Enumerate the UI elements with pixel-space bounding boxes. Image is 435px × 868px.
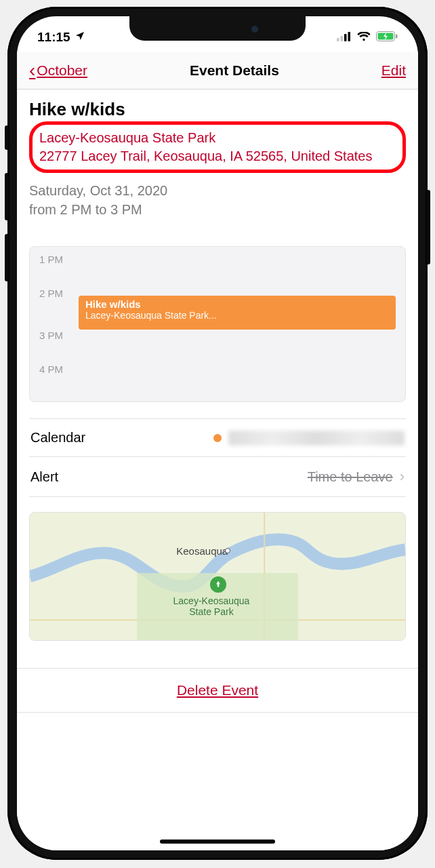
timeline-hour: 2 PM bbox=[39, 288, 63, 299]
power-button[interactable] bbox=[426, 190, 430, 264]
volume-up-button[interactable] bbox=[5, 173, 9, 220]
delete-event-label: Delete Event bbox=[177, 682, 258, 698]
page-title: Event Details bbox=[190, 62, 279, 79]
alert-label: Alert bbox=[30, 469, 58, 485]
svg-rect-3 bbox=[348, 32, 351, 41]
battery-charging-icon bbox=[376, 30, 398, 45]
volume-down-button[interactable] bbox=[5, 234, 9, 281]
event-title: Hike w/kids bbox=[29, 99, 406, 120]
back-label: October bbox=[37, 62, 87, 79]
chevron-left-icon: ‹ bbox=[29, 60, 35, 81]
timeline-event-block[interactable]: Hike w/kids Lacey-Keosauqua State Park..… bbox=[79, 296, 396, 330]
map-park-label: Lacey-KeosauquaState Park bbox=[173, 595, 250, 617]
calendar-row[interactable]: Calendar bbox=[29, 419, 406, 457]
content-area: Hike w/kids Lacey-Keosauqua State Park 2… bbox=[17, 90, 418, 850]
map-park-pin-icon bbox=[210, 576, 226, 593]
timeline-hour: 4 PM bbox=[39, 363, 63, 375]
home-indicator[interactable] bbox=[160, 840, 275, 844]
timeline-hour: 3 PM bbox=[39, 330, 63, 341]
event-location-name: Lacey-Keosauqua State Park bbox=[39, 129, 396, 147]
edit-button[interactable]: Edit bbox=[381, 62, 406, 79]
event-date: Saturday, Oct 31, 2020 bbox=[29, 181, 406, 200]
device-notch bbox=[129, 16, 306, 41]
svg-rect-0 bbox=[337, 38, 339, 41]
svg-rect-1 bbox=[341, 36, 344, 41]
event-location-highlight[interactable]: Lacey-Keosauqua State Park 22777 Lacey T… bbox=[29, 121, 406, 173]
event-location-address: 22777 Lacey Trail, Keosauqua, IA 52565, … bbox=[39, 147, 396, 165]
delete-event-button[interactable]: Delete Event bbox=[17, 668, 418, 713]
nav-bar: ‹ October Event Details Edit bbox=[17, 52, 418, 90]
cellular-icon bbox=[337, 30, 352, 45]
svg-rect-2 bbox=[344, 34, 347, 41]
svg-rect-6 bbox=[396, 35, 398, 39]
calendar-label: Calendar bbox=[30, 430, 85, 446]
chevron-right-icon: › bbox=[400, 468, 405, 486]
location-icon bbox=[75, 31, 85, 44]
timeline-event-title: Hike w/kids bbox=[85, 298, 389, 310]
day-timeline[interactable]: 1 PM 2 PM 3 PM 4 PM Hike w/kids Lacey-Ke… bbox=[29, 246, 406, 402]
calendar-name-redacted bbox=[228, 431, 405, 446]
alert-row[interactable]: Alert Time to Leave › bbox=[29, 457, 406, 497]
timeline-hour: 1 PM bbox=[39, 254, 63, 265]
mute-switch[interactable] bbox=[5, 125, 9, 150]
event-time: from 2 PM to 3 PM bbox=[29, 200, 406, 219]
status-time: 11:15 bbox=[37, 30, 70, 45]
back-button[interactable]: ‹ October bbox=[29, 60, 87, 81]
timeline-event-location: Lacey-Keosauqua State Park... bbox=[85, 310, 389, 321]
wifi-icon bbox=[357, 30, 371, 45]
map-city-label: Keosauqua bbox=[176, 545, 228, 557]
alert-value: Time to Leave bbox=[308, 469, 393, 485]
calendar-color-dot bbox=[213, 434, 222, 442]
location-map[interactable]: Keosauqua Lacey-KeosauquaState Park bbox=[29, 512, 406, 641]
